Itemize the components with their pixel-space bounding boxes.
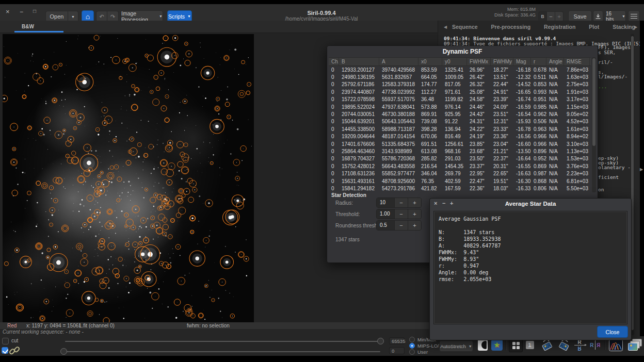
radius-minus-button[interactable]: − <box>394 198 408 207</box>
psf-cell: 6.81e+03 <box>564 178 590 184</box>
grid-view-button[interactable] <box>509 339 523 352</box>
psf-table-row[interactable]: 015631.49316148708.92560076.35402.5922.4… <box>329 177 591 185</box>
avg-psf-text[interactable]: Average Gaussian PSF N: 1347 stars B: 18… <box>433 211 627 324</box>
window-title: Siril-0.99.4 <box>217 10 426 16</box>
star-detection-heading: Star Detection <box>331 192 366 198</box>
psf-table-row[interactable]: 014455.33850058988.713187398.28136.9424.… <box>329 125 591 133</box>
psf-column-header[interactable]: y0 <box>442 58 467 65</box>
hi-slider-handle[interactable] <box>377 338 384 344</box>
psf-table-row[interactable]: 025792.67118612583.379318174.77817.0526.… <box>329 81 591 88</box>
psf-cell: 48187.014154 <box>379 134 418 139</box>
psf-column-header[interactable]: A <box>379 58 418 65</box>
psf-scrollbar-thumb[interactable] <box>592 58 595 146</box>
avg-minimize-icon[interactable]: − <box>442 200 445 206</box>
autostretch-dropdown[interactable]: AutoStretch▼ <box>439 340 473 352</box>
chevron-down-icon: ▼ <box>71 15 75 19</box>
psf-column-header[interactable]: Angle <box>546 58 564 65</box>
linked-checkbox[interactable] <box>2 347 8 354</box>
window-minimize-icon[interactable]: − <box>20 9 23 15</box>
psf-column-header[interactable]: Ch. <box>329 58 339 65</box>
psf-table-scrollbar[interactable] <box>592 57 596 192</box>
psf-table-row[interactable]: 016879.70432755786.720368285.82291.0323.… <box>329 155 591 162</box>
single-view-button[interactable]: 1 <box>523 339 536 351</box>
hi-value-box[interactable]: 65535 <box>389 337 405 344</box>
radius-plus-button[interactable]: + <box>408 198 421 207</box>
psf-cell: 15631.493161 <box>339 178 379 184</box>
psf-column-header[interactable]: RMSE <box>564 58 590 65</box>
avg-close-icon[interactable]: × <box>434 200 437 206</box>
psf-cell: 2.23e+03 <box>564 171 590 176</box>
psf-table-row[interactable]: 017108.63123655852.977477346.04269.7922.… <box>329 170 591 177</box>
psf-column-header[interactable]: FWHMx▲ <box>467 58 491 65</box>
frame-field[interactable]: B <box>538 11 547 22</box>
tab-stacking[interactable]: Stacking <box>611 22 636 32</box>
psf-table-row[interactable]: 019895.52202447937.638041573.88976.1424.… <box>329 103 591 110</box>
hi-slider-track[interactable] <box>65 341 380 342</box>
zoom-in-button[interactable]: + <box>555 11 564 22</box>
starfield-image[interactable] <box>3 34 254 322</box>
psf-table-row[interactable]: 015722.07859855937.51707536.481199.8224.… <box>329 96 591 103</box>
lo-value-box[interactable]: 0 <box>389 347 405 354</box>
tab-registration[interactable]: Registration <box>543 22 576 32</box>
psf-cell: 22.36" <box>467 186 491 191</box>
psf-cell: 853.59 <box>418 67 442 73</box>
psf-column-header[interactable]: B <box>339 58 379 65</box>
cut-checkbox[interactable] <box>2 338 9 344</box>
psf-table-row[interactable]: 012933.20012739740.429568853.591325.4126… <box>329 66 591 73</box>
lo-slider-handle[interactable] <box>60 348 67 355</box>
radius-value[interactable]: 10 <box>377 198 394 207</box>
psf-cell: 816.49 <box>442 134 467 139</box>
psf-table-row[interactable]: 024980.1361955631.832657664.051009.0526.… <box>329 73 591 80</box>
threshold-minus-button[interactable]: − <box>394 209 408 219</box>
tabs-scroll-right-icon[interactable]: ▶ <box>634 25 637 29</box>
psf-table-row[interactable]: 023974.44080747738.023992112.27971.6125.… <box>329 88 591 95</box>
threshold-value[interactable]: 1.00 <box>377 209 394 219</box>
psf-column-header[interactable]: x0 <box>418 58 442 65</box>
psf-cell: N/A <box>546 96 564 102</box>
window-maximize-icon[interactable]: □ <box>33 8 36 14</box>
psf-table-row[interactable]: 015044.63920150643.105443739.0891.2224.3… <box>329 118 591 125</box>
tab-plot[interactable]: Plot <box>588 22 600 32</box>
psf-cell: 3.17e+03 <box>564 96 590 102</box>
psf-cell: 24.46" <box>467 104 491 110</box>
roundness-minus-button[interactable]: − <box>394 221 408 230</box>
psf-table-row[interactable]: 025864.4634603143.938989613.08968.1623.6… <box>329 147 591 155</box>
close-button[interactable]: Close <box>597 326 628 338</box>
lo-slider-track[interactable] <box>64 351 380 352</box>
psf-cell: 26.42" <box>467 74 491 80</box>
psf-cell: 0.506 <box>531 119 546 124</box>
psf-table-row[interactable]: 015841.29418254273.291786421.82167.5922.… <box>329 185 591 192</box>
roundness-value[interactable]: 0.5 <box>377 221 394 230</box>
psf-table-row[interactable]: 019209.00464448187.014154670.06816.4924.… <box>329 133 591 140</box>
tab-sequence[interactable]: Sequence <box>451 22 479 32</box>
psf-cell: -16.18 <box>513 67 531 73</box>
psf-column-header[interactable]: FWHMy <box>491 58 513 65</box>
psf-column-header[interactable]: Mag <box>513 58 531 65</box>
radio-icon[interactable] <box>409 343 415 349</box>
zoom-out-button[interactable]: − <box>547 11 555 22</box>
psf-cell: 0.869 <box>531 163 546 169</box>
psf-cell: 1.53e+03 <box>564 156 590 161</box>
radio-icon[interactable] <box>409 349 415 355</box>
psf-cell: 23.04" <box>491 141 513 147</box>
psf-table-row[interactable]: 015752.42801256643.483558216.541454.3523… <box>329 162 591 170</box>
psf-cell: 691.51 <box>418 141 442 147</box>
window-close-icon[interactable]: × <box>6 9 10 15</box>
psf-cell: -16.65 <box>513 89 531 95</box>
psf-table-row[interactable]: 017401.67660651335.684375691.511256.6123… <box>329 140 591 147</box>
console-fragment: on <box>598 187 604 192</box>
threshold-plus-button[interactable]: + <box>408 209 421 219</box>
psf-table-row[interactable]: 020744.03005146730.380188869.91925.9524.… <box>329 110 591 118</box>
psf-cell: 23.50" <box>467 156 491 161</box>
psf-column-header[interactable]: r <box>531 58 546 65</box>
avg-maximize-icon[interactable]: + <box>450 200 453 206</box>
tab-pre-processing[interactable]: Pre-processing <box>490 22 532 32</box>
roundness-plus-button[interactable]: + <box>408 221 421 230</box>
psf-cell: 23.33" <box>491 126 513 132</box>
pane-handle-icon[interactable]: ▶ <box>640 167 643 172</box>
radio-icon[interactable] <box>409 337 415 342</box>
psf-header-row: Ch.BAx0y0FWHMx▲FWHMyMagrAngleRMSE <box>329 57 591 66</box>
psf-cell: 269.79 <box>442 171 467 176</box>
psf-cell: -16.74 <box>513 96 531 102</box>
tab-bw[interactable]: B&W <box>22 24 34 29</box>
